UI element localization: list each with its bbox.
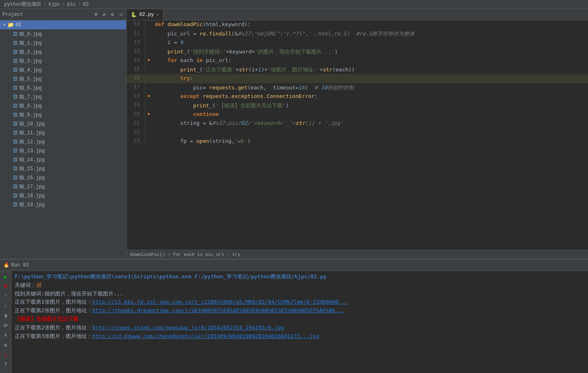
line-content[interactable]: print_('找到关键词:'+keyword+'的图片，现在开始下载图片...…: [153, 47, 588, 56]
line-number: 13: [127, 47, 145, 56]
main-layout: Project ⊕ ⇄ ⚙ ◁ ▼ 📁 02 🖼猫_0.jpg🖼猫_1.jpg🖼…: [0, 9, 588, 373]
file-name: 猫_5.jpg: [19, 75, 42, 82]
file-name: 猫_18.jpg: [19, 192, 45, 199]
file-item[interactable]: 🖼猫_3.jpg: [0, 56, 126, 65]
file-item[interactable]: 🖼猫_11.jpg: [0, 128, 126, 137]
line-gutter: [145, 38, 153, 47]
line-number: 18: [127, 92, 145, 101]
file-item[interactable]: 🖼猫_12.jpg: [0, 137, 126, 146]
run-filter-button[interactable]: ≡: [2, 331, 10, 340]
file-item[interactable]: 🖼猫_1.jpg: [0, 38, 126, 47]
output-link[interactable]: http://i3.bbs.fd.zol-img.com.cn/t_s1200x…: [92, 299, 348, 305]
line-content[interactable]: except requests.exceptions.ConnectionErr…: [153, 92, 588, 101]
file-icon: 🖼: [13, 166, 18, 171]
bottom-panel: 🔥 Run 02 ▶ ■ ↑ ↓ ⏸ ⟳ ≡ ⚙ ✕ ? F:\python_学: [0, 259, 588, 373]
file-icon: 🖼: [13, 58, 18, 64]
file-item[interactable]: 🖼猫_2.jpg: [0, 47, 126, 56]
run-play-button[interactable]: ▶: [2, 273, 10, 281]
file-name: 猫_15.jpg: [19, 165, 45, 172]
file-icon: 🖼: [13, 67, 18, 73]
run-stop-button[interactable]: ■: [2, 282, 10, 291]
file-name: 猫_0.jpg: [19, 31, 42, 38]
line-content[interactable]: print_('【错误】当前图片无法下载'): [153, 101, 588, 110]
line-content[interactable]: fp = open(string,'wb'): [153, 137, 588, 146]
tab-close-icon[interactable]: ✕: [156, 12, 159, 17]
output-line[interactable]: 正在下载第2张图片，图片地址：http://inews.gtimg.com/ne…: [15, 324, 585, 332]
file-icon: 🖼: [13, 148, 18, 153]
file-item[interactable]: 🖼猫_10.jpg: [0, 119, 126, 128]
code-container[interactable]: 10def dowmloadPic(html,keyword):11 pic_u…: [127, 20, 588, 250]
line-number: 15: [127, 65, 145, 74]
file-item[interactable]: 🖼猫_9.jpg: [0, 110, 126, 119]
line-content[interactable]: pic_url = re.findall(&#x27;"objURL":"(.*…: [153, 29, 588, 38]
editor-area: 🐍 02.py ✕ 10def dowmloadPic(html,keyword…: [127, 9, 588, 259]
output-link[interactable]: http://cd.dgwww.com/chengdungtujier/2019…: [92, 333, 319, 339]
sidebar-header: Project ⊕ ⇄ ⚙ ◁: [0, 9, 126, 20]
file-item[interactable]: 🖼猫_6.jpg: [0, 83, 126, 92]
output-area[interactable]: F:\python_学习笔记\python爬虫项目\venv1\Scripts\…: [11, 271, 588, 373]
tab-02py[interactable]: 🐍 02.py ✕: [127, 9, 163, 20]
run-tab[interactable]: 🔥 Run 02: [3, 262, 29, 268]
file-item[interactable]: 🖼猫_0.jpg: [0, 29, 126, 38]
titlebar-path-2: kjpc: [48, 2, 60, 7]
file-icon: 🖼: [13, 157, 18, 162]
titlebar: python爬虫项目 › kjpc › pic › 02: [0, 0, 588, 9]
line-number: 19: [127, 101, 145, 110]
file-icon: 🖼: [13, 202, 18, 207]
code-line-23: 23 fp = open(string,'wb'): [127, 137, 588, 146]
line-gutter: [145, 74, 153, 83]
line-content[interactable]: for each in pic_url:: [153, 56, 588, 65]
sidebar-sync-icon[interactable]: ⇄: [101, 11, 107, 18]
run-help-button[interactable]: ?: [2, 361, 10, 369]
file-item[interactable]: 🖼猫_13.jpg: [0, 146, 126, 155]
code-line-17: 17 pic= requests.get(each, timeout=10) #…: [127, 83, 588, 92]
line-content[interactable]: continue: [153, 110, 588, 119]
line-content[interactable]: pic= requests.get(each, timeout=10) # 10…: [153, 83, 588, 92]
folder-chevron: ▼: [3, 23, 6, 27]
line-content[interactable]: string = &#x27;pic/02/'+keyword+'_'+str(…: [153, 119, 588, 128]
file-list: 🖼猫_0.jpg🖼猫_1.jpg🖼猫_2.jpg🖼猫_3.jpg🖼猫_4.jpg…: [0, 29, 126, 209]
line-content[interactable]: print_('正在下载第'+str(i+1)+'张图片，图片地址:'+str(…: [153, 65, 588, 74]
file-item[interactable]: 🖼猫_4.jpg: [0, 65, 126, 74]
run-down-button[interactable]: ↓: [2, 302, 10, 310]
file-item[interactable]: 🖼猫_18.jpg: [0, 191, 126, 200]
sidebar-add-icon[interactable]: ⊕: [93, 11, 99, 18]
run-up-button[interactable]: ↑: [2, 292, 10, 300]
line-number: 11: [127, 29, 145, 38]
file-name: 猫_13.jpg: [19, 147, 45, 154]
output-line[interactable]: 正在下载第3张图片，图片地址：http://cd.dgwww.com/cheng…: [15, 332, 585, 341]
sidebar-gear-icon[interactable]: ⚙: [109, 11, 116, 18]
file-icon: 🖼: [13, 49, 18, 55]
output-line[interactable]: 正在下载第2张图片，图片地址：http://thumbs.dreamstime.…: [15, 306, 585, 315]
run-close-button[interactable]: ✕: [2, 351, 10, 359]
file-icon: 🖼: [13, 175, 18, 180]
line-number: 10: [127, 20, 145, 29]
file-item[interactable]: 🖼猫_17.jpg: [0, 182, 126, 191]
line-content[interactable]: [153, 128, 588, 137]
file-item[interactable]: 🖼猫_14.jpg: [0, 155, 126, 164]
file-name: 猫_1.jpg: [19, 40, 42, 47]
file-item[interactable]: 🖼猫_8.jpg: [0, 101, 126, 110]
output-line[interactable]: 正在下载第1张图片，图片地址：http://i3.bbs.fd.zol-img.…: [15, 298, 585, 306]
sidebar-collapse-icon[interactable]: ◁: [117, 11, 124, 18]
file-item[interactable]: 🖼猫_16.jpg: [0, 173, 126, 182]
file-name: 猫_17.jpg: [19, 183, 45, 190]
file-item[interactable]: 🖼猫_7.jpg: [0, 92, 126, 101]
line-number: 17: [127, 83, 145, 92]
file-icon: 🖼: [13, 130, 18, 135]
file-name: 猫_4.jpg: [19, 67, 42, 73]
file-item[interactable]: 🖼猫_15.jpg: [0, 164, 126, 173]
folder-02[interactable]: ▼ 📁 02: [0, 20, 126, 29]
run-settings-button[interactable]: ⚙: [2, 341, 10, 349]
output-link[interactable]: http://inews.gtimg.com/newsapp_ls/0/1054…: [92, 324, 284, 331]
run-reload-button[interactable]: ⟳: [2, 322, 10, 330]
line-content[interactable]: def dowmloadPic(html,keyword):: [153, 20, 588, 29]
file-tree: ▼ 📁 02 🖼猫_0.jpg🖼猫_1.jpg🖼猫_2.jpg🖼猫_3.jpg🖼…: [0, 20, 126, 259]
output-link[interactable]: http://thumbs.dreamstime.com/z/%E5%B0%91…: [92, 307, 345, 313]
line-content[interactable]: try:: [153, 74, 588, 83]
file-item[interactable]: 🖼猫_19.jpg: [0, 200, 126, 209]
run-pause-button[interactable]: ⏸: [2, 312, 10, 320]
sidebar-title: Project: [2, 12, 91, 18]
line-content[interactable]: i = 0: [153, 38, 588, 47]
file-item[interactable]: 🖼猫_5.jpg: [0, 74, 126, 83]
